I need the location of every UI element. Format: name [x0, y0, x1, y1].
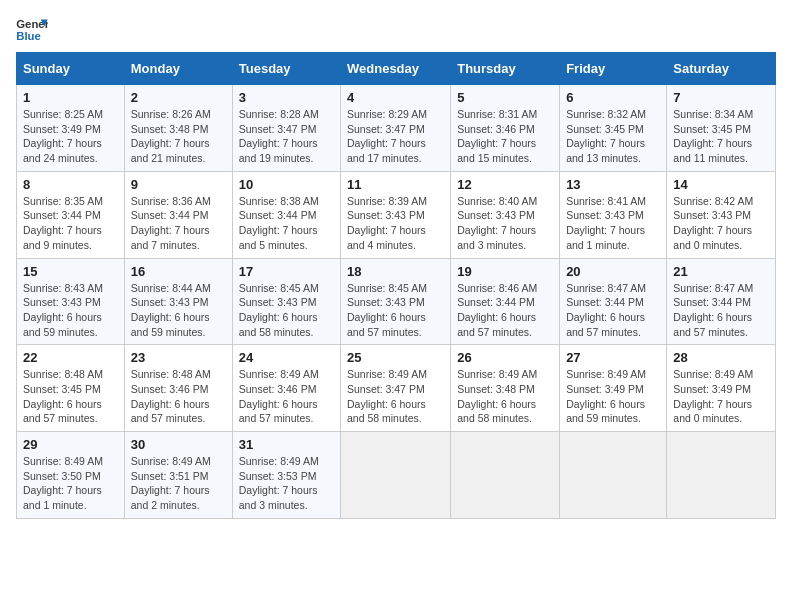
day-info: Sunrise: 8:38 AM Sunset: 3:44 PM Dayligh…	[239, 194, 334, 253]
day-number: 5	[457, 90, 553, 105]
day-number: 28	[673, 350, 769, 365]
day-info: Sunrise: 8:49 AM Sunset: 3:47 PM Dayligh…	[347, 367, 444, 426]
day-info: Sunrise: 8:40 AM Sunset: 3:43 PM Dayligh…	[457, 194, 553, 253]
day-cell: 23Sunrise: 8:48 AM Sunset: 3:46 PM Dayli…	[124, 345, 232, 432]
day-info: Sunrise: 8:39 AM Sunset: 3:43 PM Dayligh…	[347, 194, 444, 253]
day-number: 24	[239, 350, 334, 365]
day-cell: 3Sunrise: 8:28 AM Sunset: 3:47 PM Daylig…	[232, 85, 340, 172]
day-cell: 22Sunrise: 8:48 AM Sunset: 3:45 PM Dayli…	[17, 345, 125, 432]
header-cell-sunday: Sunday	[17, 53, 125, 85]
day-cell: 16Sunrise: 8:44 AM Sunset: 3:43 PM Dayli…	[124, 258, 232, 345]
day-number: 31	[239, 437, 334, 452]
day-number: 13	[566, 177, 660, 192]
day-number: 25	[347, 350, 444, 365]
day-number: 8	[23, 177, 118, 192]
day-cell: 2Sunrise: 8:26 AM Sunset: 3:48 PM Daylig…	[124, 85, 232, 172]
day-cell: 12Sunrise: 8:40 AM Sunset: 3:43 PM Dayli…	[451, 171, 560, 258]
day-info: Sunrise: 8:25 AM Sunset: 3:49 PM Dayligh…	[23, 107, 118, 166]
day-cell: 26Sunrise: 8:49 AM Sunset: 3:48 PM Dayli…	[451, 345, 560, 432]
day-info: Sunrise: 8:42 AM Sunset: 3:43 PM Dayligh…	[673, 194, 769, 253]
day-cell	[341, 432, 451, 519]
day-cell: 5Sunrise: 8:31 AM Sunset: 3:46 PM Daylig…	[451, 85, 560, 172]
day-info: Sunrise: 8:49 AM Sunset: 3:49 PM Dayligh…	[673, 367, 769, 426]
logo: GeneralBlue	[16, 16, 48, 44]
day-number: 1	[23, 90, 118, 105]
day-cell: 25Sunrise: 8:49 AM Sunset: 3:47 PM Dayli…	[341, 345, 451, 432]
day-cell: 24Sunrise: 8:49 AM Sunset: 3:46 PM Dayli…	[232, 345, 340, 432]
day-info: Sunrise: 8:29 AM Sunset: 3:47 PM Dayligh…	[347, 107, 444, 166]
day-cell: 15Sunrise: 8:43 AM Sunset: 3:43 PM Dayli…	[17, 258, 125, 345]
day-info: Sunrise: 8:45 AM Sunset: 3:43 PM Dayligh…	[347, 281, 444, 340]
day-cell: 28Sunrise: 8:49 AM Sunset: 3:49 PM Dayli…	[667, 345, 776, 432]
day-number: 2	[131, 90, 226, 105]
day-number: 27	[566, 350, 660, 365]
header-row: SundayMondayTuesdayWednesdayThursdayFrid…	[17, 53, 776, 85]
day-info: Sunrise: 8:49 AM Sunset: 3:46 PM Dayligh…	[239, 367, 334, 426]
calendar-table: SundayMondayTuesdayWednesdayThursdayFrid…	[16, 52, 776, 519]
day-info: Sunrise: 8:47 AM Sunset: 3:44 PM Dayligh…	[673, 281, 769, 340]
day-cell: 6Sunrise: 8:32 AM Sunset: 3:45 PM Daylig…	[560, 85, 667, 172]
day-cell: 29Sunrise: 8:49 AM Sunset: 3:50 PM Dayli…	[17, 432, 125, 519]
day-info: Sunrise: 8:34 AM Sunset: 3:45 PM Dayligh…	[673, 107, 769, 166]
day-info: Sunrise: 8:36 AM Sunset: 3:44 PM Dayligh…	[131, 194, 226, 253]
day-info: Sunrise: 8:49 AM Sunset: 3:48 PM Dayligh…	[457, 367, 553, 426]
day-number: 4	[347, 90, 444, 105]
page-header: GeneralBlue	[16, 16, 776, 44]
day-cell: 30Sunrise: 8:49 AM Sunset: 3:51 PM Dayli…	[124, 432, 232, 519]
header-cell-saturday: Saturday	[667, 53, 776, 85]
day-number: 10	[239, 177, 334, 192]
day-info: Sunrise: 8:49 AM Sunset: 3:51 PM Dayligh…	[131, 454, 226, 513]
day-number: 7	[673, 90, 769, 105]
day-info: Sunrise: 8:32 AM Sunset: 3:45 PM Dayligh…	[566, 107, 660, 166]
day-number: 17	[239, 264, 334, 279]
day-info: Sunrise: 8:46 AM Sunset: 3:44 PM Dayligh…	[457, 281, 553, 340]
day-number: 11	[347, 177, 444, 192]
day-info: Sunrise: 8:43 AM Sunset: 3:43 PM Dayligh…	[23, 281, 118, 340]
day-number: 16	[131, 264, 226, 279]
header-cell-tuesday: Tuesday	[232, 53, 340, 85]
header-cell-friday: Friday	[560, 53, 667, 85]
day-number: 12	[457, 177, 553, 192]
day-info: Sunrise: 8:49 AM Sunset: 3:50 PM Dayligh…	[23, 454, 118, 513]
day-cell: 1Sunrise: 8:25 AM Sunset: 3:49 PM Daylig…	[17, 85, 125, 172]
day-info: Sunrise: 8:49 AM Sunset: 3:53 PM Dayligh…	[239, 454, 334, 513]
day-info: Sunrise: 8:31 AM Sunset: 3:46 PM Dayligh…	[457, 107, 553, 166]
week-row-5: 29Sunrise: 8:49 AM Sunset: 3:50 PM Dayli…	[17, 432, 776, 519]
week-row-4: 22Sunrise: 8:48 AM Sunset: 3:45 PM Dayli…	[17, 345, 776, 432]
day-cell: 19Sunrise: 8:46 AM Sunset: 3:44 PM Dayli…	[451, 258, 560, 345]
day-cell: 13Sunrise: 8:41 AM Sunset: 3:43 PM Dayli…	[560, 171, 667, 258]
day-info: Sunrise: 8:45 AM Sunset: 3:43 PM Dayligh…	[239, 281, 334, 340]
day-info: Sunrise: 8:44 AM Sunset: 3:43 PM Dayligh…	[131, 281, 226, 340]
day-info: Sunrise: 8:35 AM Sunset: 3:44 PM Dayligh…	[23, 194, 118, 253]
day-cell: 11Sunrise: 8:39 AM Sunset: 3:43 PM Dayli…	[341, 171, 451, 258]
day-cell: 21Sunrise: 8:47 AM Sunset: 3:44 PM Dayli…	[667, 258, 776, 345]
day-cell: 18Sunrise: 8:45 AM Sunset: 3:43 PM Dayli…	[341, 258, 451, 345]
day-number: 29	[23, 437, 118, 452]
day-cell	[451, 432, 560, 519]
day-info: Sunrise: 8:41 AM Sunset: 3:43 PM Dayligh…	[566, 194, 660, 253]
day-cell: 17Sunrise: 8:45 AM Sunset: 3:43 PM Dayli…	[232, 258, 340, 345]
day-number: 20	[566, 264, 660, 279]
day-cell: 31Sunrise: 8:49 AM Sunset: 3:53 PM Dayli…	[232, 432, 340, 519]
day-number: 22	[23, 350, 118, 365]
calendar-body: 1Sunrise: 8:25 AM Sunset: 3:49 PM Daylig…	[17, 85, 776, 519]
day-cell: 8Sunrise: 8:35 AM Sunset: 3:44 PM Daylig…	[17, 171, 125, 258]
day-cell: 14Sunrise: 8:42 AM Sunset: 3:43 PM Dayli…	[667, 171, 776, 258]
day-number: 30	[131, 437, 226, 452]
header-cell-thursday: Thursday	[451, 53, 560, 85]
day-info: Sunrise: 8:28 AM Sunset: 3:47 PM Dayligh…	[239, 107, 334, 166]
day-info: Sunrise: 8:26 AM Sunset: 3:48 PM Dayligh…	[131, 107, 226, 166]
header-cell-monday: Monday	[124, 53, 232, 85]
day-number: 14	[673, 177, 769, 192]
day-cell: 20Sunrise: 8:47 AM Sunset: 3:44 PM Dayli…	[560, 258, 667, 345]
day-number: 21	[673, 264, 769, 279]
day-number: 6	[566, 90, 660, 105]
day-number: 19	[457, 264, 553, 279]
header-cell-wednesday: Wednesday	[341, 53, 451, 85]
logo-icon: GeneralBlue	[16, 16, 48, 44]
day-info: Sunrise: 8:48 AM Sunset: 3:46 PM Dayligh…	[131, 367, 226, 426]
day-number: 15	[23, 264, 118, 279]
svg-text:Blue: Blue	[16, 30, 41, 42]
day-cell: 4Sunrise: 8:29 AM Sunset: 3:47 PM Daylig…	[341, 85, 451, 172]
day-cell: 7Sunrise: 8:34 AM Sunset: 3:45 PM Daylig…	[667, 85, 776, 172]
